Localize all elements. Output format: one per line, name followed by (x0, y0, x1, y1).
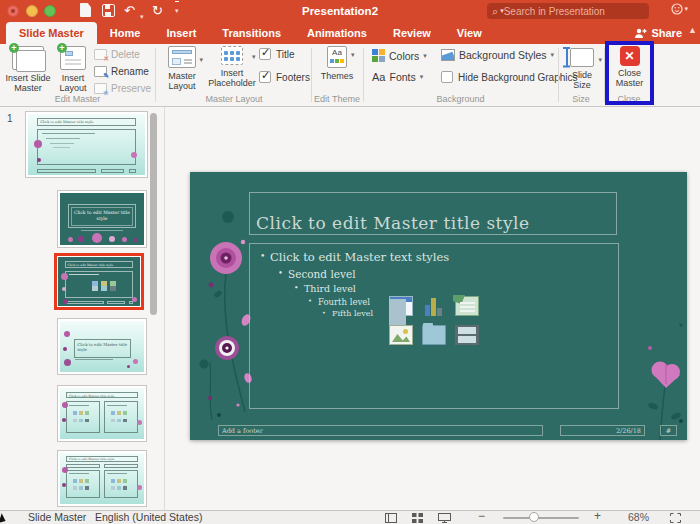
feedback-smiley-button[interactable]: ▾ (671, 3, 688, 15)
content-placeholder-icons (389, 296, 479, 345)
insert-table-icon[interactable] (389, 296, 413, 316)
master-layout-group-label: Master Layout (158, 94, 310, 104)
footer-placeholder[interactable]: Add a footer (218, 425, 543, 436)
slide-size-caret-icon: ▾ (598, 55, 602, 65)
insert-slide-master-label2: Master (5, 83, 51, 93)
edit-theme-group-label: Edit Theme (311, 94, 363, 104)
flower-dot (134, 238, 138, 242)
date-placeholder[interactable]: 2/26/18 (560, 425, 645, 436)
title-checkbox[interactable]: ✓ Title (259, 48, 295, 60)
minimize-window-button[interactable] (26, 5, 38, 17)
powerpoint-window: ↶ ▾ ↻ ▾ Presentation2 ⌕ ▾ ▾ Slide Master… (0, 0, 700, 524)
slide-size-button[interactable]: ▾ Slide Size (562, 46, 602, 90)
insert-media-icon[interactable] (422, 325, 446, 345)
edit-master-group-label: Edit Master (0, 94, 155, 104)
thumb-title-text: Click to edit Master title style (75, 340, 130, 352)
close-window-button[interactable] (7, 5, 19, 17)
content-area: 1 Click to edit Master title style (0, 107, 700, 510)
smiley-caret-icon: ▾ (684, 5, 688, 13)
slide-sorter-view-button[interactable] (412, 513, 423, 524)
insert-slide-master-button[interactable]: + Insert Slide Master (5, 46, 51, 93)
fonts-dropdown[interactable]: Aa Fonts ▾ (372, 71, 423, 83)
delete-button[interactable]: ✕ Delete (94, 47, 140, 61)
zoom-slider-track[interactable] (503, 517, 579, 519)
insert-layout-button[interactable]: + Insert Layout (54, 46, 92, 93)
thumbnail-title-layout[interactable]: Click to edit Master title style (57, 190, 147, 248)
normal-view-button[interactable] (385, 513, 397, 524)
insert-layout-label2: Layout (54, 83, 92, 93)
master-layout-button[interactable]: ▾ Master Layout (160, 46, 204, 91)
flower-dot (78, 236, 84, 242)
size-group-label: Size (558, 94, 604, 104)
insert-slide-master-label: Insert Slide (5, 73, 51, 83)
flower-dot (62, 402, 68, 408)
flower-dot (122, 237, 127, 242)
slide-number-text: # (666, 427, 671, 435)
tab-view[interactable]: View (444, 22, 495, 44)
tab-insert[interactable]: Insert (153, 22, 209, 44)
checkmark-icon: ✓ (261, 69, 270, 82)
ribbon-tab-row: Slide Master Home Insert Transitions Ani… (0, 22, 700, 44)
preserve-label: Preserve (111, 83, 151, 94)
themes-button[interactable]: Aa ▾ Themes (316, 46, 358, 81)
body-placeholder[interactable]: Click to edit Master text styles Second … (249, 243, 619, 409)
zoom-in-button[interactable]: + (594, 510, 601, 523)
tab-animations[interactable]: Animations (294, 22, 380, 44)
close-master-label: Close (609, 68, 650, 78)
share-button[interactable]: Share (634, 22, 682, 44)
thumbnail-scrollbar[interactable] (150, 113, 157, 315)
themes-icon-text: Aa (328, 47, 346, 59)
master-layout-label2: Layout (160, 81, 204, 91)
insert-placeholder-button[interactable]: ▾ Insert Placeholder (206, 46, 258, 88)
slide-editing-canvas[interactable]: Click to edit Master title style Click t… (190, 172, 687, 440)
status-language-button[interactable]: English (United States) (95, 511, 202, 524)
title-checkbox-box: ✓ (259, 48, 271, 60)
tab-review[interactable]: Review (380, 22, 444, 44)
tab-slide-master[interactable]: Slide Master (6, 22, 97, 44)
hide-background-label: Hide Background Graphics (458, 72, 578, 83)
pane-splitter[interactable] (164, 107, 165, 510)
insert-chart-icon[interactable] (422, 296, 446, 316)
tab-home[interactable]: Home (97, 22, 154, 44)
footers-checkbox[interactable]: ✓ Footers (259, 71, 310, 83)
search-input[interactable] (504, 6, 644, 17)
thumbnail-section-layout[interactable]: Click to edit Master title style (57, 318, 147, 375)
tab-transitions[interactable]: Transitions (209, 22, 294, 44)
checkmark-icon: ✓ (261, 46, 270, 59)
footers-checkbox-box: ✓ (259, 71, 271, 83)
insert-smartart-icon[interactable] (455, 296, 479, 316)
insert-video-icon[interactable] (455, 325, 479, 345)
slide-number-label: 1 (7, 113, 13, 124)
preserve-button[interactable]: ★ Preserve (94, 81, 151, 95)
insert-picture-icon[interactable] (389, 325, 413, 345)
flower-dot (132, 297, 137, 302)
background-styles-label: Background Styles (459, 49, 547, 61)
search-box[interactable]: ⌕ ▾ (487, 3, 649, 19)
slideshow-view-button[interactable] (438, 513, 451, 524)
date-text: 2/26/18 (616, 427, 641, 435)
thumbnail-slide-master[interactable]: Click to edit Master title style (25, 111, 148, 178)
close-master-button[interactable]: ✕ Close Master (609, 46, 650, 88)
zoom-out-button[interactable]: − (478, 510, 485, 523)
zoom-slider-thumb[interactable] (529, 512, 539, 522)
thumbnail-two-content-layout[interactable]: Click to edit Master title style (57, 385, 147, 442)
fit-to-window-icon (670, 513, 681, 523)
collapse-ribbon-chevron-icon[interactable]: ▲ (688, 25, 697, 35)
slide-number-placeholder[interactable]: # (660, 425, 677, 436)
fonts-icon: Aa (372, 71, 385, 83)
title-placeholder[interactable]: Click to edit Master title style (249, 192, 617, 235)
rename-button[interactable]: ✎ Rename (94, 64, 149, 78)
slideshow-icon (438, 513, 451, 523)
flower-dot (64, 331, 70, 337)
fit-slide-to-window-button[interactable] (670, 513, 681, 524)
close-group-label: Close (604, 94, 654, 104)
background-styles-dropdown[interactable]: Background Styles ▾ (441, 49, 554, 61)
colors-dropdown[interactable]: Colors ▾ (372, 49, 427, 62)
ribbon: + Insert Slide Master + Insert Layout ✕ … (0, 44, 700, 107)
thumbnail-selected-layout[interactable]: Click to edit Master title style (54, 253, 144, 310)
thumb-title-text: Click to edit Master title style (69, 210, 136, 221)
slide-size-icon: ▾ (570, 48, 594, 67)
title-checkbox-label: Title (276, 49, 295, 60)
thumbnail-comparison-layout[interactable]: Click to edit Master title style (57, 450, 147, 507)
flower-dot (37, 158, 41, 162)
